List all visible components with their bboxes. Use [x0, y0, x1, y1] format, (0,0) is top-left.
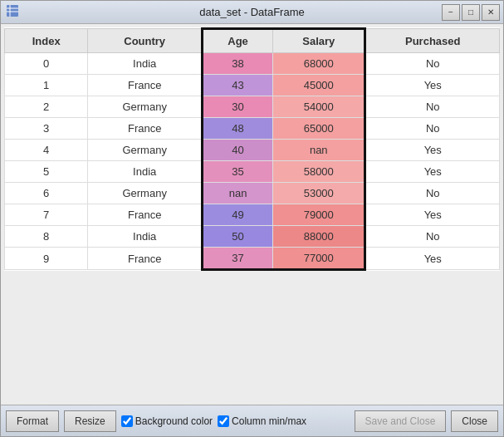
- table-row: 3France4865000No: [5, 118, 500, 140]
- bg-color-label[interactable]: Background color: [121, 415, 213, 427]
- cell-index: 1: [5, 75, 88, 96]
- cell-country: Germany: [88, 140, 203, 161]
- table-header-row: Index Country Age Salary Purchased: [5, 29, 500, 53]
- col-header-age: Age: [203, 29, 273, 53]
- bg-color-label-text: Background color: [135, 415, 213, 427]
- cell-age: 50: [203, 226, 273, 248]
- close-button[interactable]: ✕: [482, 4, 500, 21]
- cell-salary: nan: [273, 140, 365, 161]
- col-minmax-label-text: Column min/max: [232, 415, 306, 427]
- window-controls: − □ ✕: [442, 4, 500, 21]
- cell-index: 2: [5, 96, 88, 118]
- cell-salary: 68000: [273, 53, 365, 75]
- cell-salary: 58000: [273, 161, 365, 183]
- cell-age: 40: [203, 140, 273, 161]
- table-row: 5India3558000Yes: [5, 161, 500, 183]
- col-header-purchased: Purchased: [365, 29, 500, 53]
- col-minmax-checkbox[interactable]: [218, 415, 229, 427]
- cell-purchased: Yes: [365, 140, 500, 161]
- col-header-salary: Salary: [273, 29, 365, 53]
- cell-index: 6: [5, 183, 88, 204]
- cell-index: 0: [5, 53, 88, 75]
- minimize-button[interactable]: −: [442, 4, 460, 21]
- table-row: 7France4979000Yes: [5, 204, 500, 226]
- cell-index: 9: [5, 248, 88, 270]
- cell-purchased: No: [365, 96, 500, 118]
- cell-country: France: [88, 248, 203, 270]
- cell-salary: 77000: [273, 248, 365, 270]
- table-row: 0India3868000No: [5, 53, 500, 75]
- cell-purchased: Yes: [365, 161, 500, 183]
- cell-salary: 45000: [273, 75, 365, 96]
- cell-index: 3: [5, 118, 88, 140]
- cell-country: France: [88, 75, 203, 96]
- cell-purchased: Yes: [365, 248, 500, 270]
- cell-country: France: [88, 204, 203, 226]
- col-minmax-label[interactable]: Column min/max: [218, 415, 306, 427]
- cell-index: 5: [5, 161, 88, 183]
- cell-age: 43: [203, 75, 273, 96]
- maximize-button[interactable]: □: [462, 4, 480, 21]
- cell-country: India: [88, 161, 203, 183]
- cell-country: Germany: [88, 96, 203, 118]
- col-header-index: Index: [5, 29, 88, 53]
- bg-color-checkbox[interactable]: [121, 415, 133, 427]
- cell-purchased: No: [365, 53, 500, 75]
- table-row: 2Germany3054000No: [5, 96, 500, 118]
- cell-country: India: [88, 226, 203, 248]
- cell-age: 49: [203, 204, 273, 226]
- cell-salary: 88000: [273, 226, 365, 248]
- cell-index: 7: [5, 204, 88, 226]
- cell-purchased: No: [365, 226, 500, 248]
- table-row: 9France3777000Yes: [5, 248, 500, 270]
- table-body: 0India3868000No1France4345000Yes2Germany…: [5, 53, 500, 270]
- dataframe-table: Index Country Age Salary Purchased 0Indi…: [4, 27, 500, 271]
- cell-country: Germany: [88, 183, 203, 204]
- close-dialog-button[interactable]: Close: [451, 410, 498, 432]
- cell-index: 4: [5, 140, 88, 161]
- table-row: 4Germany40nanYes: [5, 140, 500, 161]
- cell-age: 35: [203, 161, 273, 183]
- main-window: data_set - DataFrame − □ ✕ Index Country…: [0, 0, 504, 437]
- cell-age: 38: [203, 53, 273, 75]
- cell-purchased: Yes: [365, 204, 500, 226]
- window-title: data_set - DataFrame: [199, 6, 304, 18]
- cell-index: 8: [5, 226, 88, 248]
- cell-country: India: [88, 53, 203, 75]
- format-button[interactable]: Format: [6, 410, 59, 432]
- cell-age: 48: [203, 118, 273, 140]
- cell-salary: 79000: [273, 204, 365, 226]
- cell-purchased: No: [365, 118, 500, 140]
- save-close-button[interactable]: Save and Close: [355, 410, 447, 432]
- cell-age: 30: [203, 96, 273, 118]
- cell-country: France: [88, 118, 203, 140]
- cell-purchased: Yes: [365, 75, 500, 96]
- resize-button[interactable]: Resize: [64, 410, 116, 432]
- col-header-country: Country: [88, 29, 203, 53]
- title-bar: data_set - DataFrame − □ ✕: [1, 1, 503, 24]
- footer-bar: Format Resize Background color Column mi…: [1, 405, 503, 436]
- cell-purchased: No: [365, 183, 500, 204]
- cell-age: nan: [203, 183, 273, 204]
- cell-age: 37: [203, 248, 273, 270]
- table-row: 6Germanynan53000No: [5, 183, 500, 204]
- svg-rect-0: [7, 5, 18, 17]
- cell-salary: 54000: [273, 96, 365, 118]
- cell-salary: 65000: [273, 118, 365, 140]
- table-row: 1France4345000Yes: [5, 75, 500, 96]
- cell-salary: 53000: [273, 183, 365, 204]
- table-container: Index Country Age Salary Purchased 0Indi…: [1, 24, 503, 405]
- table-row: 8India5088000No: [5, 226, 500, 248]
- app-icon: [6, 4, 19, 20]
